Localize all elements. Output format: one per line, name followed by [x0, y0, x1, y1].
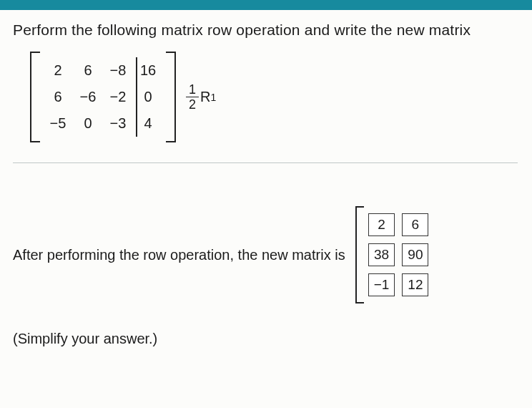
instruction-text: Perform the following matrix row operati… [13, 21, 518, 39]
fraction-numerator: 1 [186, 83, 199, 97]
section-divider [13, 162, 518, 163]
answer-prompt: After performing the row operation, the … [13, 247, 345, 263]
augment-divider [136, 57, 137, 137]
question-content: Perform the following matrix row operati… [0, 0, 532, 347]
answer-input[interactable]: 38 [368, 243, 395, 266]
matrix-cell: −6 [73, 84, 103, 110]
answer-input[interactable]: 12 [402, 273, 428, 296]
matrix-cell: 16 [133, 57, 163, 84]
matrix-cell: 6 [73, 57, 103, 84]
fraction-denominator: 2 [189, 97, 196, 111]
matrix-cell: −8 [103, 57, 133, 84]
row-symbol: R [200, 89, 210, 105]
matrix-cell: 0 [133, 84, 163, 110]
matrix-body: 2 6 −8 16 6 −6 −2 0 −5 0 −3 4 [40, 52, 166, 142]
simplify-note: (Simplify your answer.) [13, 331, 518, 347]
answer-input[interactable]: 2 [368, 213, 395, 236]
matrix-cell: 2 [43, 57, 73, 84]
answer-input[interactable]: 6 [402, 213, 428, 236]
fraction: 1 2 [186, 83, 199, 111]
matrix-cell: 4 [133, 110, 163, 137]
matrix-cell: 0 [73, 110, 103, 137]
bracket-right [166, 52, 176, 142]
matrix-cell: −2 [103, 84, 133, 110]
row-operation-label: 1 2 R1 [183, 83, 216, 111]
matrix-operation: 2 6 −8 16 6 −6 −2 0 −5 0 −3 4 1 [30, 52, 518, 142]
matrix-cell: 6 [43, 84, 73, 110]
header-accent-bar [0, 0, 532, 10]
matrix-cell: −5 [43, 110, 73, 137]
answer-row: After performing the row operation, the … [13, 206, 518, 303]
answer-input[interactable]: 90 [402, 243, 428, 266]
bracket-left [30, 52, 40, 142]
bracket-left [355, 206, 364, 303]
row-subscript: 1 [210, 92, 216, 103]
matrix-cell: −3 [103, 110, 133, 137]
source-matrix: 2 6 −8 16 6 −6 −2 0 −5 0 −3 4 [30, 52, 176, 142]
answer-input[interactable]: −1 [368, 273, 395, 296]
answer-matrix: 2 6 38 90 −1 12 [355, 206, 433, 303]
